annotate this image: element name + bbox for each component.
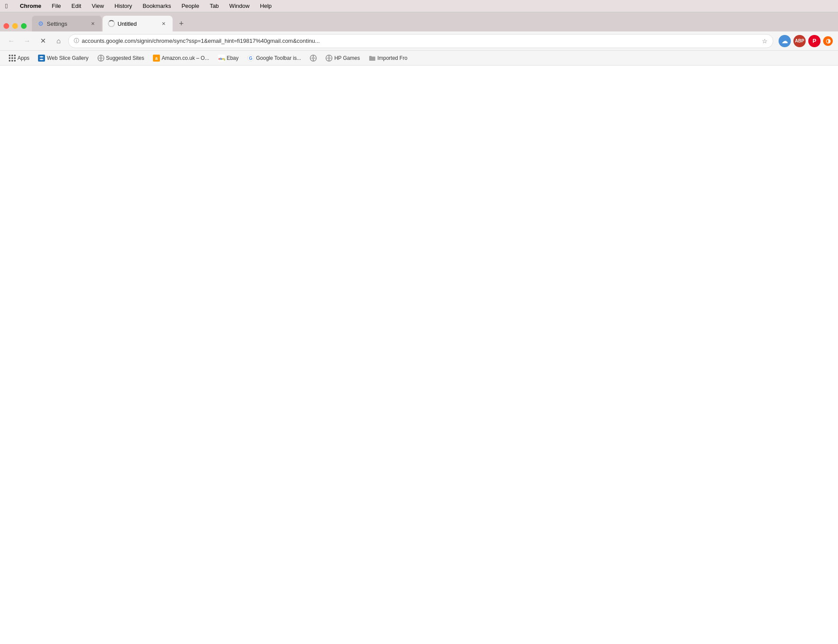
menu-window[interactable]: Window [228,2,251,10]
bookmark-apps-label: Apps [17,55,29,61]
address-bar[interactable]: ⓘ accounts.google.com/signin/chrome/sync… [68,34,773,48]
tab-untitled-title: Untitled [118,21,157,27]
menu-tab[interactable]: Tab [208,2,221,10]
bookmark-hp-games-label: HP Games [334,55,360,61]
menu-bookmarks[interactable]: Bookmarks [141,2,173,10]
menu-help[interactable]: Help [258,2,274,10]
tab-untitled-close[interactable]: ✕ [159,20,167,28]
url-display: accounts.google.com/signin/chrome/sync?s… [82,38,759,44]
tab-settings-close[interactable]: ✕ [89,20,97,28]
ebay-icon: e b a y [218,55,225,62]
extension-icons: ☁ ABP P ◑ [779,35,833,47]
bookmark-hp-games[interactable]: HP Games [322,53,363,63]
bookmark-web-slice-gallery-label: Web Slice Gallery [47,55,88,61]
tab-bar: ⚙ Settings ✕ Untitled ✕ + [0,12,838,31]
tab-untitled[interactable]: Untitled ✕ [103,16,173,31]
untitled-favicon [108,20,115,27]
bookmark-suggested-sites-label: Suggested Sites [106,55,144,61]
bookmark-star-icon[interactable]: ☆ [762,38,768,45]
bookmark-apps[interactable]: Apps [5,53,33,63]
menu-edit[interactable]: Edit [70,2,83,10]
other-extension-icon[interactable]: ◑ [823,36,833,46]
svg-text:G: G [249,56,253,61]
bookmark-ebay-label: Ebay [227,55,239,61]
bookmark-amazon[interactable]: a Amazon.co.uk – O... [149,53,213,63]
bookmark-google-toolbar[interactable]: G Google Toolbar is... [244,53,305,63]
amazon-icon: a [153,55,160,62]
bookmark-ebay[interactable]: e b a y Ebay [215,53,242,63]
bookmark-imported-from-label: Imported Fro [377,55,408,61]
pinterest-extension-icon[interactable]: P [808,35,821,47]
adblock-extension-icon[interactable]: ABP [793,35,806,47]
window-controls [3,23,27,29]
address-bar-row: ← → ✕ ⌂ ⓘ accounts.google.com/signin/chr… [0,31,838,51]
suggested-sites-icon [97,55,104,62]
back-button[interactable]: ← [5,35,17,47]
bookmark-google-toolbar-label: Google Toolbar is... [256,55,301,61]
menu-chrome[interactable]: Chrome [18,2,43,10]
bookmark-globe1[interactable] [306,53,320,63]
new-tab-button[interactable]: + [175,17,187,30]
bookmark-amazon-label: Amazon.co.uk – O... [162,55,209,61]
svg-text:a: a [155,56,158,61]
globe1-icon [310,55,317,62]
menu-bar:  Chrome File Edit View History Bookmark… [0,0,838,12]
main-content [0,66,838,644]
menu-file[interactable]: File [50,2,63,10]
bookmark-web-slice-gallery[interactable]: Web Slice Gallery [35,53,92,63]
icloud-extension-icon[interactable]: ☁ [779,35,791,47]
apps-grid-icon [9,55,16,62]
bookmark-imported-from[interactable]: Imported Fro [365,53,411,63]
google-toolbar-icon: G [247,55,254,62]
svg-rect-0 [38,55,45,62]
window-minimize-button[interactable] [12,23,18,29]
security-icon: ⓘ [74,37,79,45]
menu-people[interactable]: People [180,2,201,10]
apple-menu[interactable]:  [3,1,9,10]
tab-settings-title: Settings [47,21,86,27]
home-button[interactable]: ⌂ [52,35,65,47]
svg-text:y: y [224,57,225,61]
web-slice-gallery-icon [38,55,45,62]
folder-icon [369,55,376,62]
bookmark-suggested-sites[interactable]: Suggested Sites [94,53,148,63]
tabs-container: ⚙ Settings ✕ Untitled ✕ + [32,12,835,31]
menu-history[interactable]: History [113,2,134,10]
window-maximize-button[interactable] [21,23,27,29]
reload-button[interactable]: ✕ [37,35,49,47]
settings-favicon: ⚙ [37,20,44,27]
bookmarks-bar: Apps Web Slice Gallery Suggested Sites [0,51,838,66]
menu-view[interactable]: View [90,2,106,10]
hp-games-icon [326,55,332,62]
window-close-button[interactable] [3,23,9,29]
tab-settings[interactable]: ⚙ Settings ✕ [32,16,102,31]
forward-button[interactable]: → [21,35,33,47]
